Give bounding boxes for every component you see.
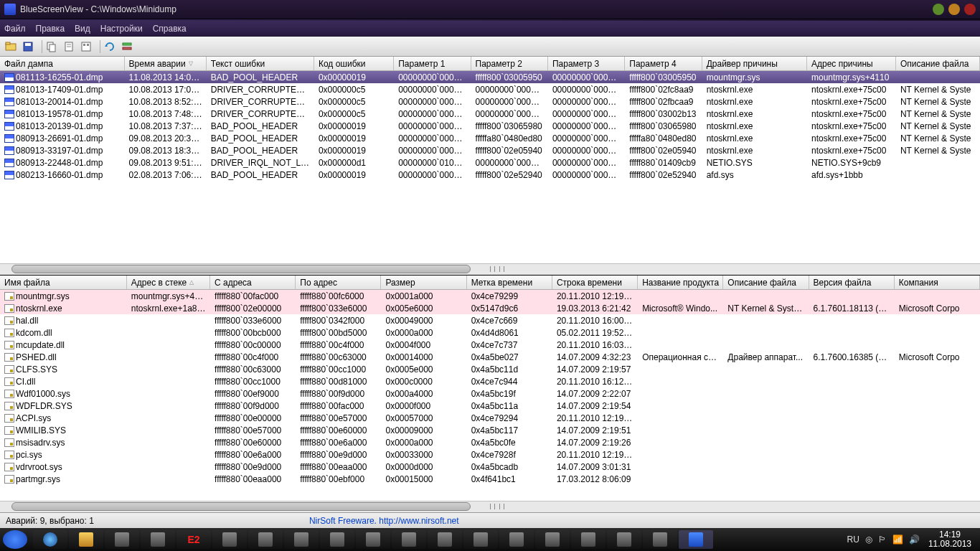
column-header[interactable]: По адрес bbox=[296, 276, 381, 289]
column-header[interactable]: Описание файла bbox=[723, 276, 809, 289]
taskbar-item[interactable] bbox=[33, 530, 67, 549]
taskbar-item[interactable] bbox=[284, 530, 319, 549]
taskbar-item[interactable] bbox=[643, 530, 677, 549]
column-header[interactable]: Версия файла bbox=[809, 276, 895, 289]
close-button[interactable] bbox=[964, 4, 976, 15]
menu-help[interactable]: Справка bbox=[153, 24, 187, 34]
column-header[interactable]: Компания bbox=[895, 276, 980, 289]
column-header[interactable]: Адрес в стеке△ bbox=[127, 276, 210, 289]
table-row[interactable]: 080213-16660-01.dmp02.08.2013 7:06:14BAD… bbox=[0, 169, 980, 181]
tray-clock[interactable]: 14:19 11.08.2013 bbox=[928, 530, 971, 549]
tb-find-icon[interactable] bbox=[80, 40, 93, 53]
tb-properties-icon[interactable] bbox=[62, 40, 75, 53]
taskbar-item[interactable]: E2 bbox=[176, 530, 211, 549]
column-header[interactable]: Описание файла bbox=[896, 57, 980, 70]
column-header[interactable]: Адрес причины bbox=[807, 57, 896, 70]
column-header[interactable]: Драйвер причины bbox=[702, 57, 807, 70]
column-header[interactable]: Файл дампа bbox=[0, 57, 125, 70]
menu-edit[interactable]: Правка bbox=[36, 24, 65, 34]
table-row[interactable]: 081013-17409-01.dmp10.08.2013 17:00:11DR… bbox=[0, 83, 980, 95]
column-header[interactable]: Размер bbox=[381, 276, 466, 289]
status-bar: Аварий: 9, выбрано: 1 NirSoft Freeware. … bbox=[0, 512, 980, 528]
taskbar-item[interactable] bbox=[248, 530, 283, 549]
tb-open-icon[interactable] bbox=[4, 40, 17, 53]
taskbar-item[interactable] bbox=[212, 530, 247, 549]
column-header[interactable]: Параметр 4 bbox=[625, 57, 702, 70]
column-header[interactable]: Метка времени bbox=[467, 276, 552, 289]
menu-file[interactable]: Файл bbox=[4, 24, 26, 34]
table-row[interactable]: PSHED.dllfffff880`00c4f000fffff880`00c63… bbox=[0, 351, 980, 363]
table-cell: ntoskrnl.exe+75c00 bbox=[807, 146, 896, 156]
table-row[interactable]: kdcom.dllfffff800`00bcb000fffff800`00bd5… bbox=[0, 326, 980, 339]
status-link[interactable]: NirSoft Freeware. http://www.nirsoft.net bbox=[309, 516, 459, 526]
table-row[interactable]: WMILIB.SYSfffff880`00e57000fffff880`00e6… bbox=[0, 424, 980, 436]
table-row[interactable]: partmgr.sysfffff880`00eaa000fffff880`00e… bbox=[0, 473, 980, 485]
column-header[interactable]: Имя файла bbox=[0, 276, 127, 289]
table-row[interactable]: ACPI.sysfffff880`00e00000fffff880`00e570… bbox=[0, 412, 980, 424]
column-header[interactable]: Время аварии▽ bbox=[125, 57, 207, 70]
taskbar-item[interactable] bbox=[571, 530, 606, 549]
table-row[interactable]: vdrvroot.sysfffff880`00e9d000fffff880`00… bbox=[0, 461, 980, 473]
table-row[interactable]: mcupdate.dllfffff880`00c00000fffff880`00… bbox=[0, 339, 980, 351]
taskbar-item-active[interactable] bbox=[679, 530, 713, 549]
table-cell: 0x0000a000 bbox=[381, 328, 466, 338]
column-header[interactable]: Код ошибки bbox=[314, 57, 394, 70]
table-row[interactable]: hal.dllfffff800`033e6000fffff800`0342f00… bbox=[0, 314, 980, 326]
taskbar-item[interactable] bbox=[535, 530, 570, 549]
column-header[interactable]: Строка времени bbox=[552, 276, 638, 289]
table-cell: fffff880`00e00000 bbox=[210, 413, 296, 423]
table-row[interactable]: Wdf01000.sysfffff880`00ef9000fffff880`00… bbox=[0, 387, 980, 400]
taskbar-item[interactable] bbox=[499, 530, 534, 549]
table-row[interactable]: CLFS.SYSfffff880`00c63000fffff880`00cc10… bbox=[0, 363, 980, 375]
taskbar-item[interactable] bbox=[607, 530, 641, 549]
taskbar-item[interactable] bbox=[105, 530, 139, 549]
table-cell: ntoskrnl.exe+75c00 bbox=[807, 85, 896, 95]
taskbar-item[interactable] bbox=[320, 530, 354, 549]
table-row[interactable]: WDFLDR.SYSfffff880`00f9d000fffff880`00fa… bbox=[0, 400, 980, 412]
taskbar-item[interactable] bbox=[141, 530, 175, 549]
tray-volume-icon[interactable]: 🔊 bbox=[909, 534, 920, 545]
column-header[interactable]: Название продукта bbox=[638, 276, 723, 289]
table-row[interactable]: pci.sysfffff880`00e6a000fffff880`00e9d00… bbox=[0, 448, 980, 461]
taskbar-item[interactable] bbox=[428, 530, 462, 549]
dumps-hscroll[interactable] bbox=[0, 263, 980, 275]
tb-options-icon[interactable] bbox=[121, 40, 133, 53]
table-row[interactable]: 081013-20139-01.dmp10.08.2013 7:37:50BAD… bbox=[0, 120, 980, 132]
table-row[interactable]: mountmgr.sysmountmgr.sys+4110fffff880`00… bbox=[0, 290, 980, 302]
tray-nvidia-icon[interactable]: ◎ bbox=[865, 534, 872, 545]
table-row[interactable]: 080913-26691-01.dmp09.08.2013 20:33:00BA… bbox=[0, 132, 980, 144]
table-row[interactable]: msisadrv.sysfffff880`00e60000fffff880`00… bbox=[0, 436, 980, 448]
row-icon bbox=[4, 475, 14, 484]
column-header[interactable]: Параметр 3 bbox=[548, 57, 625, 70]
table-row[interactable]: 081113-16255-01.dmp11.08.2013 14:06:42BA… bbox=[0, 71, 980, 83]
tray-network-icon[interactable]: 📶 bbox=[892, 534, 903, 545]
minimize-button[interactable] bbox=[933, 4, 944, 15]
maximize-button[interactable] bbox=[948, 4, 960, 15]
table-row[interactable]: 080913-33197-01.dmp09.08.2013 18:35:40BA… bbox=[0, 144, 980, 156]
column-header[interactable]: С адреса bbox=[210, 276, 296, 289]
column-header[interactable]: Параметр 1 bbox=[394, 57, 471, 70]
start-button[interactable] bbox=[3, 530, 27, 549]
menu-options[interactable]: Настройки bbox=[100, 24, 143, 34]
column-header[interactable]: Параметр 2 bbox=[471, 57, 548, 70]
row-icon bbox=[4, 353, 14, 362]
tb-save-icon[interactable] bbox=[22, 40, 34, 53]
table-row[interactable]: 080913-22448-01.dmp09.08.2013 9:51:51DRI… bbox=[0, 156, 980, 169]
menu-view[interactable]: Вид bbox=[75, 24, 90, 34]
table-row[interactable]: CI.dllfffff880`00cc1000fffff880`00d81000… bbox=[0, 375, 980, 387]
table-cell: fffff880`00e9d000 bbox=[210, 462, 296, 472]
table-row[interactable]: ntoskrnl.exentoskrnl.exe+1a84b3fffff800`… bbox=[0, 302, 980, 314]
table-cell: mcupdate.dll bbox=[0, 340, 127, 350]
taskbar-item[interactable] bbox=[392, 530, 426, 549]
tray-lang[interactable]: RU bbox=[847, 534, 859, 545]
taskbar-item[interactable] bbox=[463, 530, 498, 549]
tray-flag-icon[interactable]: 🏳 bbox=[878, 534, 887, 545]
tb-copy-icon[interactable] bbox=[45, 40, 58, 53]
table-row[interactable]: 081013-19578-01.dmp10.08.2013 7:48:28DRI… bbox=[0, 108, 980, 120]
taskbar-item[interactable] bbox=[69, 530, 103, 549]
drivers-hscroll[interactable] bbox=[0, 501, 980, 512]
column-header[interactable]: Текст ошибки bbox=[207, 57, 314, 70]
tb-refresh-icon[interactable] bbox=[103, 40, 116, 53]
taskbar-item[interactable] bbox=[356, 530, 390, 549]
table-row[interactable]: 081013-20014-01.dmp10.08.2013 8:52:56DRI… bbox=[0, 95, 980, 108]
